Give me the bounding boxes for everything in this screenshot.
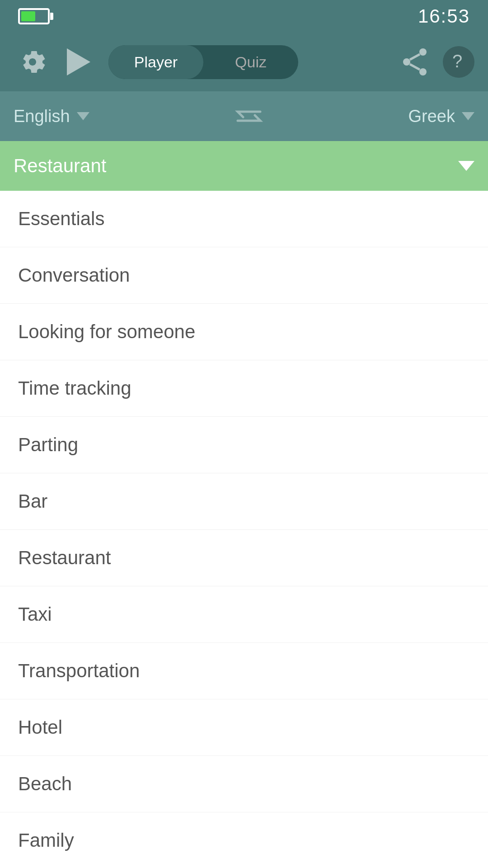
category-bar[interactable]: Restaurant (0, 141, 488, 191)
player-quiz-toggle: Player Quiz (108, 45, 298, 79)
list-item[interactable]: Beach (0, 756, 488, 812)
list-item-text: Restaurant (18, 547, 111, 568)
list-item[interactable]: Hotel (0, 699, 488, 756)
list-item[interactable]: Restaurant (0, 530, 488, 586)
list-item[interactable]: Bar (0, 473, 488, 530)
toolbar: Player Quiz ? (0, 33, 488, 91)
swap-languages-button[interactable] (233, 103, 265, 130)
list-item[interactable]: Looking for someone (0, 304, 488, 360)
list-item-text: Essentials (18, 208, 104, 229)
settings-button[interactable] (14, 43, 52, 81)
svg-line-4 (410, 64, 420, 70)
quiz-tab[interactable]: Quiz (203, 45, 298, 79)
play-icon (65, 47, 90, 76)
target-language-selector[interactable]: Greek (408, 107, 474, 126)
list-item-text: Bar (18, 491, 47, 512)
svg-line-3 (410, 54, 420, 60)
list-item[interactable]: Essentials (0, 191, 488, 247)
swap-icon (233, 103, 265, 130)
svg-point-2 (419, 68, 427, 75)
svg-text:?: ? (452, 52, 462, 71)
share-button[interactable] (396, 43, 434, 81)
help-button[interactable]: ? (443, 46, 474, 78)
help-icon: ? (449, 52, 469, 72)
list-item-text: Parting (18, 434, 78, 455)
list-item-text: Looking for someone (18, 321, 195, 342)
category-dropdown-arrow (458, 161, 474, 171)
gear-icon (18, 47, 47, 76)
player-tab[interactable]: Player (108, 45, 203, 79)
list-item[interactable]: Taxi (0, 586, 488, 643)
list-item-text: Conversation (18, 264, 130, 286)
list-container: EssentialsConversationLooking for someon… (0, 191, 488, 868)
list-item-text: Beach (18, 773, 72, 794)
target-language-label: Greek (408, 107, 455, 126)
svg-point-1 (403, 58, 410, 66)
source-language-selector[interactable]: English (14, 107, 89, 126)
svg-point-0 (419, 48, 427, 56)
battery-icon (18, 8, 50, 24)
list-item-text: Family (18, 830, 74, 851)
list-item[interactable]: Parting (0, 417, 488, 473)
list-item[interactable]: Family (0, 812, 488, 868)
source-lang-dropdown-arrow (77, 112, 89, 120)
list-item-text: Time tracking (18, 377, 131, 399)
list-item-text: Taxi (18, 604, 52, 625)
list-item[interactable]: Conversation (0, 247, 488, 304)
play-button[interactable] (61, 43, 95, 81)
list-item[interactable]: Time tracking (0, 360, 488, 417)
share-icon (400, 47, 429, 76)
selected-category-label: Restaurant (14, 155, 106, 177)
list-item-text: Transportation (18, 660, 140, 681)
list-item[interactable]: Transportation (0, 643, 488, 699)
target-lang-dropdown-arrow (462, 112, 474, 120)
source-language-label: English (14, 107, 70, 126)
battery-fill (21, 11, 35, 21)
status-bar: 16:53 (0, 0, 488, 33)
language-bar: English Greek (0, 91, 488, 141)
time-display: 16:53 (418, 5, 470, 27)
list-item-text: Hotel (18, 717, 62, 738)
